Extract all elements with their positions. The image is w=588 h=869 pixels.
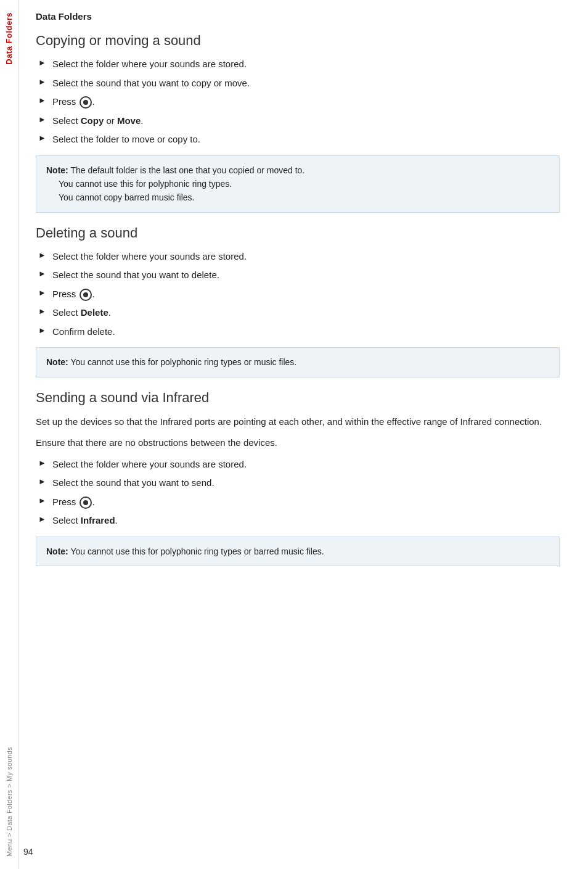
note-main-text: You cannot use this for polyphonic ring … (70, 546, 324, 556)
sidebar: Data Folders Menu > Data Folders > My so… (0, 0, 18, 869)
menu-button-icon (80, 496, 92, 509)
arrow-icon: ► (38, 326, 46, 335)
step-text: Press . (52, 287, 95, 302)
step-text: Confirm delete. (52, 325, 115, 339)
list-item: ► Select the folder where your sounds ar… (36, 57, 560, 72)
list-item: ► Select the sound that you want to send… (36, 476, 560, 490)
step-text: Select Infrared. (52, 514, 118, 528)
arrow-icon: ► (38, 514, 46, 524)
step-text: Press . (52, 495, 95, 509)
list-item: ► Select the folder where your sounds ar… (36, 250, 560, 264)
intro-text-1: Set up the devices so that the Infrared … (36, 414, 560, 429)
arrow-icon: ► (38, 307, 46, 316)
note-label: Note: (46, 357, 68, 367)
list-item: ► Press . (36, 95, 560, 109)
step-list-infrared: ► Select the folder where your sounds ar… (36, 458, 560, 528)
list-item: ► Select Delete. (36, 306, 560, 320)
list-item: ► Select the folder to move or copy to. (36, 133, 560, 147)
section-heading-deleting: Deleting a sound (36, 225, 560, 241)
intro-text-2: Ensure that there are no obstructions be… (36, 435, 560, 450)
menu-button-icon (80, 289, 92, 301)
note-main-text: You cannot use this for polyphonic ring … (70, 357, 296, 367)
note-box-infrared: Note: You cannot use this for polyphonic… (36, 537, 560, 566)
step-text: Select Delete. (52, 306, 111, 320)
list-item: ► Confirm delete. (36, 325, 560, 339)
arrow-icon: ► (38, 58, 46, 67)
step-text: Press . (52, 95, 95, 109)
section-heading-copying: Copying or moving a sound (36, 33, 560, 49)
page-title: Data Folders (36, 11, 560, 22)
sidebar-bottom-label: Menu > Data Folders > My sounds (6, 747, 13, 857)
note-box-copying: Note: The default folder is the last one… (36, 155, 560, 213)
step-text: Select Copy or Move. (52, 114, 144, 128)
list-item: ► Select the folder where your sounds ar… (36, 458, 560, 472)
list-item: ► Press . (36, 495, 560, 509)
arrow-icon: ► (38, 115, 46, 124)
step-text: Select the sound that you want to copy o… (52, 76, 250, 91)
menu-button-icon (80, 96, 92, 109)
arrow-icon: ► (38, 496, 46, 505)
list-item: ► Select Infrared. (36, 514, 560, 528)
section-heading-infrared: Sending a sound via Infrared (36, 390, 560, 406)
list-item: ► Select Copy or Move. (36, 114, 560, 128)
arrow-icon: ► (38, 477, 46, 486)
arrow-icon: ► (38, 96, 46, 105)
arrow-icon: ► (38, 269, 46, 278)
sidebar-top-label: Data Folders (4, 12, 14, 65)
note-label: Note: (46, 546, 68, 556)
list-item: ► Select the sound that you want to dele… (36, 268, 560, 282)
page-number: 94 (23, 847, 33, 857)
step-list-copying: ► Select the folder where your sounds ar… (36, 57, 560, 147)
note-label: Note: (46, 165, 68, 175)
note-box-deleting: Note: You cannot use this for polyphonic… (36, 347, 560, 377)
step-text: Select the sound that you want to delete… (52, 268, 219, 282)
arrow-icon: ► (38, 288, 46, 297)
arrow-icon: ► (38, 77, 46, 86)
step-text: Select the folder where your sounds are … (52, 458, 247, 472)
step-text: Select the folder where your sounds are … (52, 250, 247, 264)
note-main-text: The default folder is the last one that … (70, 165, 304, 175)
note-indent: You cannot use this for polyphonic ring … (59, 177, 549, 205)
step-text: Select the folder to move or copy to. (52, 133, 200, 147)
note-line: You cannot copy barred music files. (59, 191, 549, 204)
step-list-deleting: ► Select the folder where your sounds ar… (36, 250, 560, 339)
list-item: ► Press . (36, 287, 560, 302)
step-text: Select the sound that you want to send. (52, 476, 214, 490)
list-item: ► Select the sound that you want to copy… (36, 76, 560, 91)
arrow-icon: ► (38, 250, 46, 260)
arrow-icon: ► (38, 133, 46, 142)
main-content: Data Folders Copying or moving a sound ►… (23, 0, 578, 603)
note-line: You cannot use this for polyphonic ring … (59, 177, 549, 191)
arrow-icon: ► (38, 458, 46, 467)
step-text: Select the folder where your sounds are … (52, 57, 247, 72)
